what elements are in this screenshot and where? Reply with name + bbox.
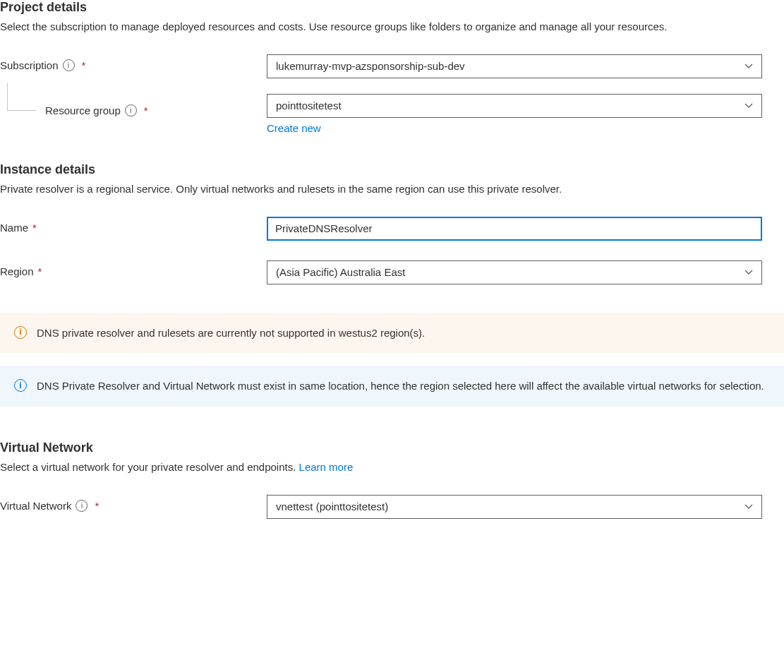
chevron-down-icon xyxy=(744,102,753,110)
required-indicator: * xyxy=(32,222,37,234)
required-indicator: * xyxy=(82,59,86,71)
name-input[interactable] xyxy=(267,217,762,241)
warning-text: DNS private resolver and rulesets are cu… xyxy=(37,325,770,341)
project-details-description: Select the subscription to manage deploy… xyxy=(0,19,762,35)
virtual-network-dropdown[interactable]: vnettest (pointtositetest) xyxy=(267,495,762,519)
required-indicator: * xyxy=(95,500,99,512)
chevron-down-icon xyxy=(744,503,753,511)
warning-icon: i xyxy=(14,326,27,339)
region-label: Region xyxy=(0,265,34,277)
region-dropdown[interactable]: (Asia Pacific) Australia East xyxy=(267,260,762,284)
resource-group-dropdown[interactable]: pointtositetest xyxy=(267,94,762,118)
info-icon[interactable]: i xyxy=(63,59,75,71)
info-icon[interactable]: i xyxy=(76,500,88,512)
tree-connector xyxy=(0,99,42,123)
virtual-network-value: vnettest (pointtositetest) xyxy=(276,500,744,512)
virtual-network-title: Virtual Network xyxy=(0,440,784,455)
warning-banner: i DNS private resolver and rulesets are … xyxy=(0,313,784,354)
name-label: Name xyxy=(0,222,28,234)
subscription-label: Subscription xyxy=(0,59,59,71)
virtual-network-label: Virtual Network xyxy=(0,500,71,512)
create-new-link[interactable]: Create new xyxy=(267,122,321,134)
virtual-network-desc-text: Select a virtual network for your privat… xyxy=(0,461,299,473)
info-icon[interactable]: i xyxy=(125,104,137,116)
info-banner: i DNS Private Resolver and Virtual Netwo… xyxy=(0,366,784,407)
info-banner-icon: i xyxy=(14,379,27,392)
subscription-value: lukemurray-mvp-azsponsorship-sub-dev xyxy=(276,60,744,72)
instance-details-title: Instance details xyxy=(0,162,784,177)
chevron-down-icon xyxy=(744,62,753,71)
learn-more-link[interactable]: Learn more xyxy=(299,461,354,473)
resource-group-value: pointtositetest xyxy=(276,100,744,112)
subscription-dropdown[interactable]: lukemurray-mvp-azsponsorship-sub-dev xyxy=(267,54,762,78)
project-details-title: Project details xyxy=(0,0,784,15)
virtual-network-description: Select a virtual network for your privat… xyxy=(0,460,762,475)
instance-details-description: Private resolver is a regional service. … xyxy=(0,181,762,197)
region-value: (Asia Pacific) Australia East xyxy=(276,266,744,278)
required-indicator: * xyxy=(144,104,148,116)
required-indicator: * xyxy=(38,265,42,277)
chevron-down-icon xyxy=(744,268,753,277)
info-text: DNS Private Resolver and Virtual Network… xyxy=(37,378,770,394)
resource-group-label: Resource group xyxy=(45,104,121,116)
